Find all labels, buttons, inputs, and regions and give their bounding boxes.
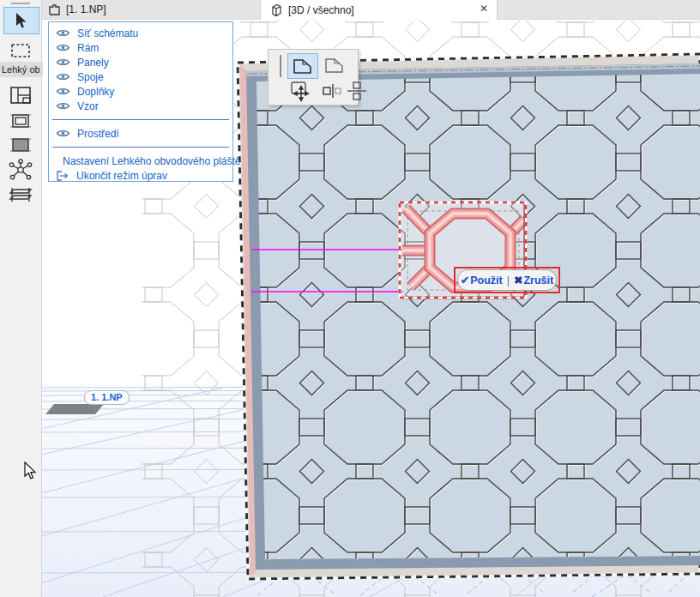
accessory-icon	[7, 186, 34, 207]
eye-icon[interactable]	[56, 72, 70, 81]
panel-outline-tool-button[interactable]	[320, 53, 349, 77]
eye-icon[interactable]	[56, 87, 70, 96]
menu-item-environment[interactable]: Prostředí	[49, 126, 232, 141]
frame-tool[interactable]	[3, 108, 38, 134]
junction-icon	[9, 159, 33, 183]
tab-bar: [1. 1.NP] [3D / všechno] ✕	[41, 0, 700, 20]
tab-3d-label: [3D / všechno]	[288, 4, 354, 16]
panel-tool[interactable]	[3, 132, 38, 158]
cancel-button[interactable]: ✖ Zrušit	[514, 274, 553, 286]
menu-item-accessories[interactable]: Doplňky	[49, 84, 232, 99]
menu-item-label: Doplňky	[77, 86, 114, 98]
eye-icon[interactable]	[56, 57, 70, 67]
arrow-cursor-icon	[14, 12, 29, 29]
application-window: Lehký ob	[0, 0, 700, 597]
mouse-cursor	[23, 461, 37, 480]
panel-icon	[9, 136, 32, 154]
panel-glyph-icon	[293, 57, 313, 75]
scheme-grid-icon	[9, 86, 32, 105]
menu-item-label: Síť schématu	[77, 27, 138, 39]
confirm-bar: ✔ Použít | ✖ Zrušit	[454, 267, 560, 293]
menu-item-scheme-grid[interactable]: Síť schématu	[49, 26, 232, 40]
marquee-icon	[10, 43, 31, 58]
confirm-divider: |	[507, 274, 510, 286]
eye-icon[interactable]	[56, 101, 70, 111]
palette-separator	[280, 55, 281, 77]
floorplan-tab-icon	[48, 3, 61, 16]
menu-item-exit-edit-mode[interactable]: Ukončit režim úprav	[49, 168, 232, 183]
scheme-grid-tool[interactable]	[3, 82, 38, 108]
split-glyph-icon	[347, 81, 367, 100]
check-icon: ✔	[461, 274, 469, 286]
marquee-tool[interactable]	[3, 38, 38, 63]
eye-icon[interactable]	[56, 28, 70, 38]
menu-item-label: Prostředí	[77, 128, 119, 140]
move-arrows-icon	[290, 80, 314, 102]
confirm-pill: ✔ Použít | ✖ Zrušit	[457, 269, 557, 291]
replace-glyph-icon	[323, 82, 343, 100]
eye-icon[interactable]	[56, 129, 70, 138]
cube-3d-icon	[269, 3, 283, 17]
menu-item-frame[interactable]: Rám	[49, 40, 232, 55]
accessory-tool[interactable]	[3, 184, 38, 209]
menu-item-settings[interactable]: Nastavení Lehkého obvodového pláště	[49, 154, 232, 168]
menu-separator	[52, 119, 229, 120]
pet-palette	[268, 49, 359, 106]
menu-item-joints[interactable]: Spoje	[49, 69, 232, 84]
eye-icon[interactable]	[56, 43, 70, 52]
menu-item-label: Ukončit režim úprav	[76, 170, 167, 182]
menu-item-label: Spoje	[77, 71, 104, 83]
junction-tool[interactable]	[3, 156, 38, 185]
story-label: 1. 1.NP	[84, 390, 130, 405]
apply-label: Použít	[470, 274, 503, 286]
panel-tool-button[interactable]	[287, 53, 318, 79]
menu-item-pattern[interactable]: Vzor	[49, 99, 232, 113]
tab-floorplan-label: [1. 1.NP]	[66, 3, 106, 15]
menu-item-panels[interactable]: Panely	[49, 55, 232, 69]
curtain-wall-edit-menu: Síť schématu Rám Panely Spoje Doplňk	[48, 21, 233, 182]
toolbox-section-label: Lehký ob	[0, 62, 43, 77]
left-toolbox: Lehký ob	[0, 0, 42, 597]
toolbox-separator	[11, 3, 30, 4]
menu-item-label: Panely	[77, 57, 109, 69]
split-tool-button[interactable]	[344, 79, 370, 103]
menu-item-label: Vzor	[77, 100, 99, 112]
tab-3d-active[interactable]: [3D / všechno] ✕	[260, 0, 498, 20]
exit-icon	[56, 171, 69, 181]
cancel-label: Zrušit	[523, 274, 553, 286]
menu-item-label: Nastavení Lehkého obvodového pláště	[63, 155, 241, 167]
move-tool-button[interactable]	[287, 79, 317, 103]
menu-item-label: Rám	[77, 42, 99, 54]
cross-icon: ✖	[514, 274, 522, 286]
arrow-select-tool[interactable]	[3, 7, 39, 34]
tab-floorplan[interactable]: [1. 1.NP]	[48, 0, 106, 19]
story-marker-shape	[45, 404, 104, 414]
panel-outline-glyph-icon	[324, 57, 345, 74]
frame-icon	[9, 112, 32, 130]
apply-button[interactable]: ✔ Použít	[461, 274, 503, 286]
replace-tool-button[interactable]	[318, 79, 347, 103]
menu-separator	[52, 147, 229, 148]
tab-close-icon[interactable]: ✕	[480, 3, 488, 15]
